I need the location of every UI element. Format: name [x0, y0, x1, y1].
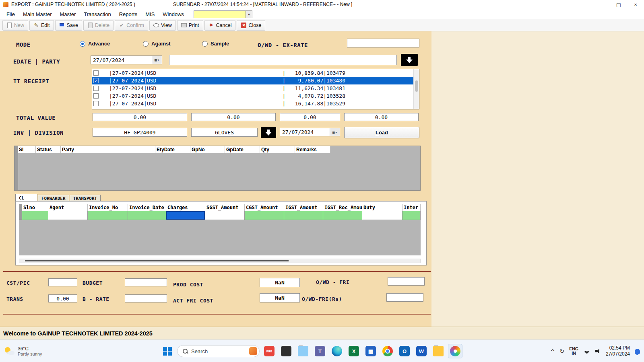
grid2-cell-cgst_amount[interactable] [245, 211, 284, 220]
menu-item-transaction[interactable]: Transaction [80, 10, 115, 19]
trans-input[interactable]: 0.00 [48, 294, 77, 302]
taskbar-folder-icon[interactable] [431, 344, 446, 358]
combo-value[interactable] [194, 10, 246, 18]
radio-sample[interactable]: Sample [202, 41, 229, 47]
cst-pic-input[interactable] [48, 278, 77, 286]
inv-load-arrow-button[interactable] [261, 127, 276, 138]
menu-item-main-master[interactable]: Main Master [19, 10, 56, 19]
owd-fri-input[interactable] [388, 277, 425, 286]
taskbar-edge-icon[interactable] [330, 344, 344, 358]
tt-receipt-row[interactable]: |27-07-2024|USD | 4,078.72|103528 [92, 92, 419, 100]
menu-item-reports[interactable]: Reports [115, 10, 142, 19]
scrollbar-thumb[interactable] [415, 80, 418, 92]
radio-sample-icon[interactable] [202, 41, 208, 47]
b-rate-input[interactable] [125, 294, 167, 302]
total-value-field[interactable]: 0.00 [191, 113, 276, 121]
clock[interactable]: 02:54 PM 27/07/2024 [606, 345, 630, 357]
total-value-field[interactable]: 0.00 [344, 113, 419, 121]
taskbar-chrome-icon[interactable] [380, 344, 395, 358]
weather-widget[interactable]: 36°C Partly sunny [4, 346, 42, 356]
taskbar-photos-icon[interactable] [448, 344, 462, 358]
grid2-cell-charges[interactable] [166, 211, 205, 220]
combo-dropdown-icon[interactable]: ▾ [246, 10, 252, 18]
close-window-button[interactable]: × [627, 0, 644, 9]
total-value-field[interactable]: 0.00 [93, 113, 187, 121]
row-checkbox[interactable]: ✓ [93, 78, 99, 83]
taskbar-excel-icon[interactable]: X [347, 344, 361, 358]
edit-button[interactable]: Edit [29, 20, 54, 31]
charges-grid-hscrollbar[interactable] [19, 259, 421, 263]
grid2-cell-slno[interactable] [22, 211, 48, 220]
close-button[interactable]: Close [237, 20, 265, 31]
taskbar-search[interactable]: Search [177, 345, 260, 357]
menu-item-mis[interactable]: MIS [141, 10, 159, 19]
total-value-field[interactable]: 0.00 [280, 113, 340, 121]
invoice-input[interactable]: HF-GP24009 [93, 128, 187, 137]
load-button[interactable]: Load [344, 127, 419, 138]
row-checkbox[interactable] [93, 101, 99, 106]
scrollbar-thumb[interactable] [25, 260, 289, 261]
taskbar-sheet-app-icon[interactable]: ▦ [363, 344, 378, 358]
budget-input[interactable] [125, 278, 167, 286]
tab-cl[interactable]: CL [15, 194, 37, 202]
maximize-button[interactable]: ▢ [610, 0, 627, 9]
notification-bell-icon[interactable] [635, 349, 640, 354]
inv-date-input[interactable]: 27/07/2024 ▦ ▾ [280, 128, 340, 136]
radio-against-icon[interactable] [143, 41, 149, 47]
taskbar-file-explorer-icon[interactable] [296, 344, 310, 358]
view-button[interactable]: View [149, 20, 176, 31]
taskbar-outlook-icon[interactable]: O [397, 344, 412, 358]
grid2-cell-sgst_amount[interactable] [205, 211, 245, 220]
tt-receipt-row[interactable]: |27-07-2024|USD | 10,839.84|103479 [92, 69, 419, 77]
grid2-cell-invoice_no[interactable] [88, 211, 128, 220]
print-button[interactable]: Print [177, 20, 203, 31]
grid2-cell-agent[interactable] [48, 211, 88, 220]
sync-icon[interactable]: ↻ [559, 348, 564, 354]
wifi-icon[interactable] [583, 349, 590, 354]
taskbar-pre-app-icon[interactable]: PRE [262, 344, 277, 358]
owd-fri-rs-input[interactable] [386, 293, 423, 302]
inv-date-calendar-button[interactable]: ▦ ▾ [330, 128, 340, 136]
volume-icon[interactable] [595, 349, 601, 354]
party-input[interactable] [169, 55, 397, 65]
act-fri-cost-field[interactable]: NaN [260, 293, 300, 302]
grid2-cell-igst_amount[interactable] [284, 211, 323, 220]
material-grid[interactable]: SlStatusPartyEtyDateGpNoGpDateQtyRemarks [14, 146, 421, 191]
division-input[interactable]: GLOVES [191, 128, 258, 137]
grid2-cell-invoice_date[interactable] [128, 211, 166, 220]
minimize-button[interactable]: – [593, 0, 610, 9]
menu-combobox[interactable]: ▾ [194, 10, 252, 18]
delete-button[interactable]: Delete [83, 20, 114, 31]
menu-item-file[interactable]: File [2, 10, 19, 19]
cancel-button[interactable]: Cancel [204, 20, 236, 31]
tt-receipt-row[interactable]: ✓|27-07-2024|USD | 9,780.07|103480 [92, 77, 419, 84]
radio-advance[interactable]: Advance [80, 41, 110, 47]
language-indicator[interactable]: ENG IN [569, 347, 578, 356]
menu-item-windows[interactable]: Windows [159, 10, 188, 19]
party-load-arrow-button[interactable] [401, 54, 418, 66]
tray-chevron-icon[interactable]: ^ [551, 348, 555, 354]
new-button[interactable]: New [2, 20, 28, 31]
edate-calendar-button[interactable]: ▦ ▾ [152, 56, 162, 64]
taskbar-screen-share-icon[interactable] [279, 344, 293, 358]
grid2-cell-duty[interactable] [362, 211, 402, 220]
taskbar-teams-icon[interactable]: T [313, 344, 327, 358]
radio-advance-icon[interactable] [80, 41, 85, 47]
grid2-cell-igst_roc_amou[interactable] [323, 211, 362, 220]
row-checkbox[interactable] [93, 86, 99, 91]
radio-against[interactable]: Against [143, 41, 171, 47]
prod-cost-field[interactable]: NaN [260, 278, 300, 287]
tt-list-scrollbar[interactable] [413, 69, 419, 109]
grid2-cell-inter[interactable] [402, 211, 421, 220]
confirm-button[interactable]: Confirm [115, 20, 148, 31]
menu-item-master[interactable]: Master [56, 10, 80, 19]
row-checkbox[interactable] [93, 70, 99, 76]
exrate-input[interactable] [347, 39, 419, 47]
tt-receipt-row[interactable]: |27-07-2024|USD | 16,147.88|103529 [92, 100, 419, 107]
edate-input[interactable]: 27/07/2024 ▦ ▾ [91, 56, 162, 64]
start-button[interactable] [160, 344, 175, 358]
tt-receipt-row[interactable]: |27-07-2024|USD | 11,626.34|103481 [92, 84, 419, 92]
taskbar-word-icon[interactable]: W [414, 344, 429, 358]
row-checkbox[interactable] [93, 93, 99, 99]
save-button[interactable]: Save [55, 20, 83, 31]
